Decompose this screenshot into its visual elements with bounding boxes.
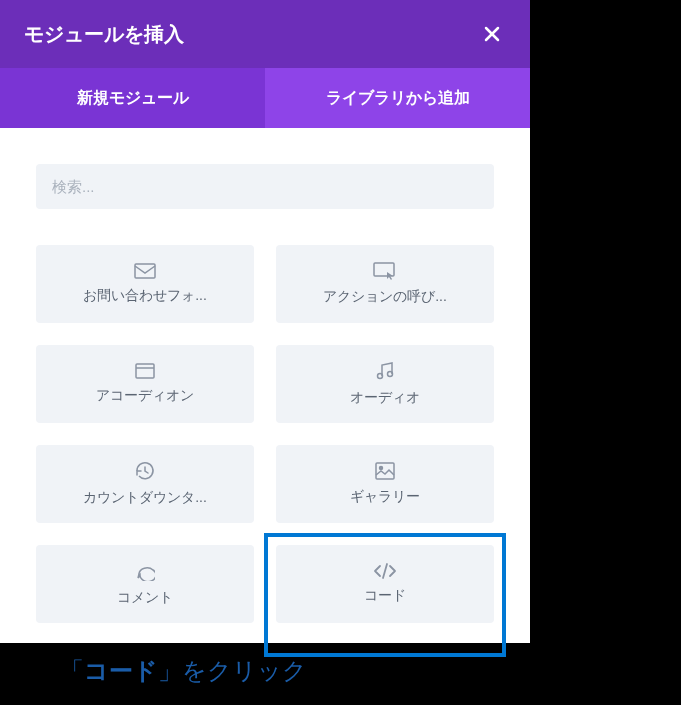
annotation-suffix: 」をクリック [158,657,307,684]
tab-new-module[interactable]: 新規モジュール [0,68,265,128]
module-label: オーディオ [350,389,420,407]
svg-point-6 [378,374,383,379]
module-comment[interactable]: コメント [36,545,254,623]
svg-point-7 [388,372,393,377]
insert-module-panel: モジュールを挿入 新規モジュール ライブラリから追加 お問い合わせフォ... [0,0,530,643]
module-label: ギャラリー [350,488,420,506]
module-code[interactable]: コード [276,545,494,623]
module-label: お問い合わせフォ... [83,287,207,305]
tab-bar: 新規モジュール ライブラリから追加 [0,68,530,128]
svg-rect-2 [135,264,155,278]
envelope-icon [134,263,156,279]
code-icon [373,563,397,579]
svg-rect-3 [374,263,394,276]
tab-from-library[interactable]: ライブラリから追加 [265,68,530,128]
window-icon [135,363,155,379]
svg-point-9 [380,467,383,470]
close-icon [483,25,501,43]
pointer-frame-icon [373,262,397,280]
panel-header: モジュールを挿入 [0,0,530,68]
module-label: アクションの呼び... [323,288,447,306]
module-call-to-action[interactable]: アクションの呼び... [276,245,494,323]
module-label: コード [364,587,406,605]
chat-bubble-icon [135,561,155,581]
image-icon [375,462,395,480]
annotation-bold: コード [84,657,158,684]
history-icon [135,461,155,481]
module-label: カウントダウンタ... [83,489,207,507]
svg-rect-8 [376,463,394,479]
instruction-annotation: 「コード」をクリック [0,643,681,687]
module-countdown[interactable]: カウントダウンタ... [36,445,254,523]
module-contact-form[interactable]: お問い合わせフォ... [36,245,254,323]
module-gallery[interactable]: ギャラリー [276,445,494,523]
module-label: コメント [117,589,173,607]
module-grid: お問い合わせフォ... アクションの呼び... [36,245,494,623]
module-accordion[interactable]: アコーディオン [36,345,254,423]
close-button[interactable] [478,20,506,48]
annotation-prefix: 「 [60,657,84,684]
module-label: アコーディオン [96,387,194,405]
module-audio[interactable]: オーディオ [276,345,494,423]
panel-title: モジュールを挿入 [24,21,184,48]
music-note-icon [375,361,395,381]
panel-content: お問い合わせフォ... アクションの呼び... [0,128,530,643]
search-input[interactable] [36,164,494,209]
svg-rect-4 [136,364,154,378]
